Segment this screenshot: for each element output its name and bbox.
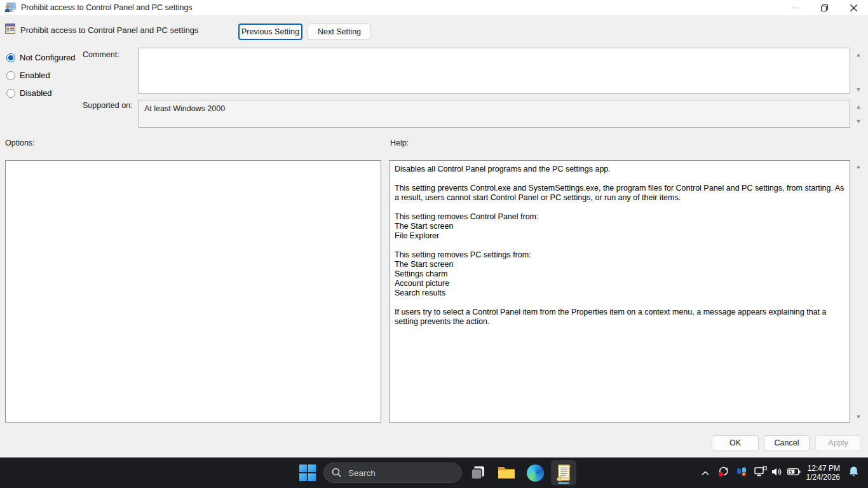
edge-icon <box>527 464 544 482</box>
edge-browser-button[interactable] <box>522 460 548 485</box>
previous-setting-button[interactable]: Previous Setting <box>238 24 302 40</box>
comment-textarea[interactable] <box>139 48 850 94</box>
radio-button[interactable] <box>6 71 15 80</box>
volume-icon <box>771 467 783 479</box>
ok-button[interactable]: OK <box>712 435 759 451</box>
network-icon <box>754 466 767 480</box>
radio-label: Disabled <box>20 88 52 98</box>
help-label: Help: <box>390 139 409 147</box>
battery-charging-icon <box>787 467 801 478</box>
restore-button[interactable] <box>810 0 839 15</box>
help-scroll-down-icon[interactable]: ▼ <box>853 412 864 421</box>
window-controls <box>780 0 868 15</box>
screen: Prohibit access to Control Panel and PC … <box>0 0 868 488</box>
gpedit-scroll-icon <box>555 464 572 482</box>
file-explorer-button[interactable] <box>494 460 519 485</box>
radio-label: Enabled <box>20 71 50 80</box>
policy-setting-icon <box>5 24 15 36</box>
radio-button[interactable] <box>6 89 15 98</box>
tray-update-pending-icon[interactable] <box>717 465 730 480</box>
file-explorer-icon <box>497 464 516 481</box>
policy-title: Prohibit access to Control Panel and PC … <box>20 25 198 35</box>
options-label: Options: <box>5 139 35 147</box>
close-button[interactable] <box>839 0 868 15</box>
user-policy-icon <box>4 3 16 13</box>
search-placeholder: Search <box>348 468 376 478</box>
radio-enabled[interactable]: Enabled <box>6 71 50 80</box>
radio-disabled[interactable]: Disabled <box>6 88 52 98</box>
radio-label: Not Configured <box>20 53 75 62</box>
taskbar: Search <box>0 458 868 488</box>
tray-date: 1/24/2026 <box>806 473 840 482</box>
start-button[interactable] <box>295 460 320 485</box>
search-box[interactable]: Search <box>323 463 462 483</box>
tray-status-cluster[interactable] <box>754 466 801 480</box>
policy-dialog: Prohibit access to Control Panel and PC … <box>0 15 868 458</box>
window-title: Prohibit access to Control Panel and PC … <box>21 3 193 12</box>
search-icon <box>332 468 342 478</box>
help-paragraph: If users try to select a Control Panel i… <box>395 308 844 327</box>
comment-scroll-up-icon[interactable]: ▲ <box>853 50 864 59</box>
supported-scroll-up-icon[interactable]: ▲ <box>853 102 864 111</box>
comment-label: Comment: <box>83 50 119 59</box>
windows-logo-icon <box>299 464 316 481</box>
supported-on-label: Supported on: <box>83 101 133 110</box>
group-policy-editor-button[interactable] <box>551 460 576 485</box>
task-view-icon <box>470 464 486 481</box>
next-setting-button[interactable]: Next Setting <box>308 24 371 40</box>
tray-chevron-up-icon[interactable] <box>699 467 712 478</box>
help-paragraph: This setting prevents Control.exe and Sy… <box>395 184 844 203</box>
system-tray: 12:47 PM 1/24/2026 <box>699 458 868 488</box>
help-paragraph: Disables all Control Panel programs and … <box>395 165 844 174</box>
tray-app-notification-icon[interactable] <box>736 465 749 480</box>
cancel-button[interactable]: Cancel <box>764 435 810 451</box>
taskbar-center: Search <box>295 458 576 488</box>
help-paragraph: This setting removes PC settings from: T… <box>395 250 844 298</box>
title-bar: Prohibit access to Control Panel and PC … <box>0 0 868 15</box>
notification-bell-icon[interactable] <box>846 466 862 480</box>
tray-clock[interactable]: 12:47 PM 1/24/2026 <box>806 464 840 482</box>
tray-time: 12:47 PM <box>806 464 840 473</box>
supported-scroll-down-icon[interactable]: ▼ <box>853 117 864 126</box>
help-panel: Disables all Control Panel programs and … <box>389 160 850 423</box>
radio-button[interactable] <box>6 53 15 62</box>
supported-on-value: At least Windows 2000 <box>139 100 850 128</box>
task-view-button[interactable] <box>465 460 491 485</box>
help-paragraph: This setting removes Control Panel from:… <box>395 212 844 241</box>
comment-scroll-down-icon[interactable]: ▼ <box>853 85 864 94</box>
apply-button: Apply <box>815 435 861 451</box>
minimize-button[interactable] <box>780 0 810 15</box>
options-panel <box>5 160 381 423</box>
radio-not-configured[interactable]: Not Configured <box>6 53 75 62</box>
help-scroll-up-icon[interactable]: ▲ <box>853 162 864 171</box>
